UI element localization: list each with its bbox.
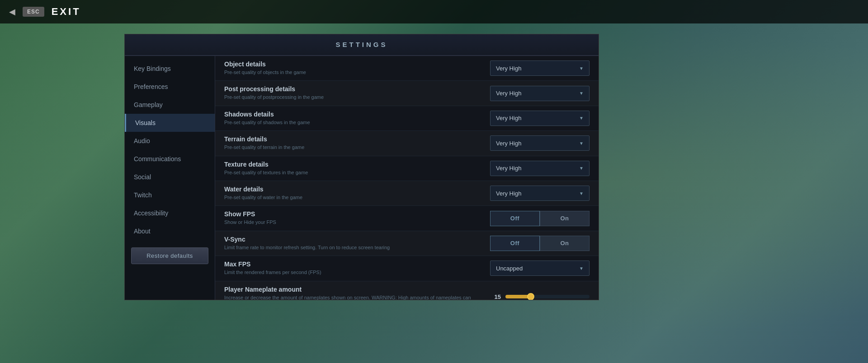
sidebar-item-about[interactable]: About: [125, 222, 215, 240]
dropdown-value-post-processing-details: Very High: [496, 90, 521, 97]
setting-control-texture-details: Very High ▼: [486, 161, 590, 176]
toggle-off-show-fps[interactable]: Off: [490, 211, 540, 226]
setting-control-player-nameplate-amount: 15: [486, 293, 590, 300]
dropdown-object-details[interactable]: Very High ▼: [490, 60, 590, 76]
setting-control-max-fps: Uncapped ▼: [486, 261, 590, 276]
chevron-down-icon: ▼: [579, 191, 584, 196]
setting-control-object-details: Very High ▼: [486, 60, 590, 76]
sidebar: Key Bindings Preferences Gameplay Visual…: [125, 56, 215, 300]
sidebar-item-visuals[interactable]: Visuals: [125, 114, 215, 132]
setting-name-shadows-details: Shadows details: [224, 111, 486, 118]
slider-track-player-nameplate-amount[interactable]: [505, 295, 590, 298]
setting-name-post-processing-details: Post processing details: [224, 85, 486, 93]
dropdown-water-details[interactable]: Very High ▼: [490, 186, 590, 201]
setting-desc-terrain-details: Pre-set quality of terrain in the game: [224, 144, 486, 151]
slider-thumb-player-nameplate-amount[interactable]: [527, 293, 534, 300]
dropdown-max-fps[interactable]: Uncapped ▼: [490, 261, 590, 276]
setting-desc-object-details: Pre-set quality of objects in the game: [224, 69, 486, 76]
setting-info-v-sync: V-Sync Limit frame rate to monitor refre…: [224, 236, 486, 251]
setting-info-show-fps: Show FPS Show or Hide your FPS: [224, 210, 486, 226]
setting-desc-water-details: Pre-set quality of water in the game: [224, 194, 486, 201]
settings-body: Key Bindings Preferences Gameplay Visual…: [125, 56, 599, 300]
setting-row-shadows-details: Shadows details Pre-set quality of shado…: [215, 106, 599, 131]
dropdown-value-shadows-details: Very High: [496, 115, 521, 121]
exit-label: EXIT: [52, 6, 81, 18]
chevron-down-icon: ▼: [579, 266, 584, 271]
setting-desc-player-nameplate-amount: Increase or decrease the amount of namep…: [224, 294, 486, 300]
settings-content[interactable]: Object details Pre-set quality of object…: [215, 56, 599, 300]
toggle-on-show-fps[interactable]: On: [540, 211, 590, 226]
setting-info-texture-details: Texture details Pre-set quality of textu…: [224, 161, 486, 176]
dropdown-texture-details[interactable]: Very High ▼: [490, 161, 590, 176]
chevron-down-icon: ▼: [579, 116, 584, 121]
sidebar-item-gameplay[interactable]: Gameplay: [125, 96, 215, 114]
dropdown-value-object-details: Very High: [496, 65, 521, 72]
setting-row-object-details: Object details Pre-set quality of object…: [215, 56, 599, 81]
dropdown-terrain-details[interactable]: Very High ▼: [490, 135, 590, 151]
dropdown-value-max-fps: Uncapped: [496, 265, 523, 272]
chevron-down-icon: ▼: [579, 166, 584, 171]
restore-defaults-button[interactable]: Restore defaults: [131, 247, 208, 264]
settings-title: SETTINGS: [335, 41, 387, 48]
setting-row-max-fps: Max FPS Limit the rendered frames per se…: [215, 256, 599, 281]
setting-desc-texture-details: Pre-set quality of textures in the game: [224, 169, 486, 176]
sidebar-item-accessibility[interactable]: Accessibility: [125, 204, 215, 222]
sidebar-item-preferences[interactable]: Preferences: [125, 78, 215, 96]
setting-row-show-fps: Show FPS Show or Hide your FPS Off On: [215, 206, 599, 231]
dropdown-shadows-details[interactable]: Very High ▼: [490, 111, 590, 126]
setting-control-shadows-details: Very High ▼: [486, 111, 590, 126]
setting-control-post-processing-details: Very High ▼: [486, 86, 590, 101]
setting-info-object-details: Object details Pre-set quality of object…: [224, 60, 486, 76]
esc-button[interactable]: ESC: [23, 7, 44, 17]
sidebar-item-audio[interactable]: Audio: [125, 132, 215, 150]
settings-header: SETTINGS: [125, 34, 599, 56]
setting-name-terrain-details: Terrain details: [224, 135, 486, 143]
setting-info-water-details: Water details Pre-set quality of water i…: [224, 186, 486, 201]
setting-row-player-nameplate-amount: Player Nameplate amount Increase or decr…: [215, 281, 599, 300]
toggle-group-show-fps: Off On: [490, 211, 590, 226]
setting-row-terrain-details: Terrain details Pre-set quality of terra…: [215, 131, 599, 156]
sidebar-footer: Restore defaults: [125, 240, 215, 270]
chevron-down-icon: ▼: [579, 91, 584, 96]
setting-desc-show-fps: Show or Hide your FPS: [224, 219, 486, 226]
setting-name-object-details: Object details: [224, 60, 486, 68]
setting-row-post-processing-details: Post processing details Pre-set quality …: [215, 81, 599, 106]
slider-container-player-nameplate-amount: 15: [490, 293, 590, 300]
sidebar-item-communications[interactable]: Communications: [125, 150, 215, 168]
setting-info-player-nameplate-amount: Player Nameplate amount Increase or decr…: [224, 286, 486, 300]
sidebar-item-twitch[interactable]: Twitch: [125, 186, 215, 204]
setting-info-shadows-details: Shadows details Pre-set quality of shado…: [224, 111, 486, 126]
dropdown-value-terrain-details: Very High: [496, 140, 521, 147]
toggle-group-v-sync: Off On: [490, 236, 590, 251]
setting-name-show-fps: Show FPS: [224, 210, 486, 218]
setting-name-texture-details: Texture details: [224, 161, 486, 168]
setting-control-terrain-details: Very High ▼: [486, 135, 590, 151]
sidebar-item-social[interactable]: Social: [125, 168, 215, 186]
setting-info-terrain-details: Terrain details Pre-set quality of terra…: [224, 135, 486, 151]
setting-desc-max-fps: Limit the rendered frames per second (FP…: [224, 269, 486, 276]
setting-desc-post-processing-details: Pre-set quality of postprocessing in the…: [224, 94, 486, 101]
setting-info-max-fps: Max FPS Limit the rendered frames per se…: [224, 261, 486, 276]
setting-row-water-details: Water details Pre-set quality of water i…: [215, 181, 599, 206]
setting-control-v-sync: Off On: [486, 236, 590, 251]
chevron-down-icon: ▼: [579, 66, 584, 71]
settings-dialog: SETTINGS Key Bindings Preferences Gamepl…: [124, 34, 599, 300]
dropdown-post-processing-details[interactable]: Very High ▼: [490, 86, 590, 101]
setting-control-show-fps: Off On: [486, 211, 590, 226]
setting-name-player-nameplate-amount: Player Nameplate amount: [224, 286, 486, 293]
setting-control-water-details: Very High ▼: [486, 186, 590, 201]
slider-value-player-nameplate-amount: 15: [490, 293, 501, 300]
setting-row-texture-details: Texture details Pre-set quality of textu…: [215, 156, 599, 181]
setting-row-v-sync: V-Sync Limit frame rate to monitor refre…: [215, 231, 599, 256]
back-arrow-icon: ◀: [9, 7, 15, 17]
toggle-off-v-sync[interactable]: Off: [490, 236, 540, 251]
setting-desc-shadows-details: Pre-set quality of shadows in the game: [224, 119, 486, 126]
dropdown-value-water-details: Very High: [496, 190, 521, 197]
setting-desc-v-sync: Limit frame rate to monitor refresh sett…: [224, 244, 486, 251]
chevron-down-icon: ▼: [579, 141, 584, 146]
setting-info-post-processing-details: Post processing details Pre-set quality …: [224, 85, 486, 101]
dropdown-value-texture-details: Very High: [496, 165, 521, 172]
toggle-on-v-sync[interactable]: On: [540, 236, 590, 251]
setting-name-v-sync: V-Sync: [224, 236, 486, 243]
sidebar-item-key-bindings[interactable]: Key Bindings: [125, 60, 215, 78]
